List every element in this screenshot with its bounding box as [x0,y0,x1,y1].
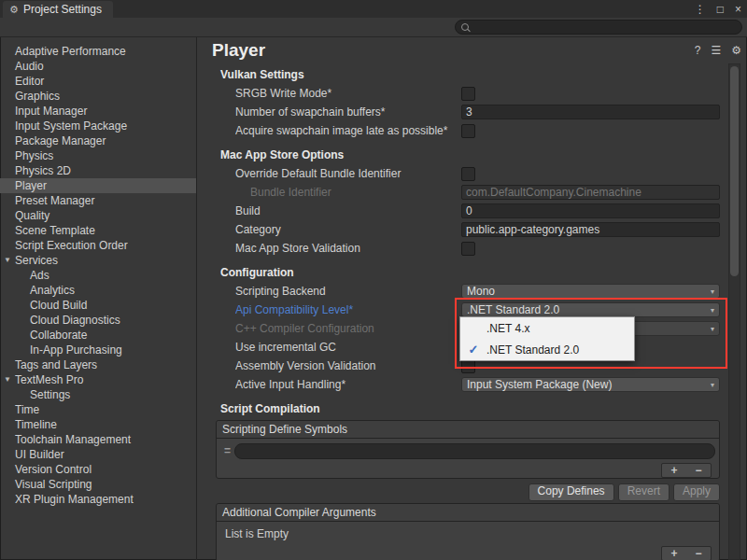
maximize-icon[interactable]: □ [717,3,724,16]
sidebar-item-preset-manager[interactable]: Preset Manager [0,193,196,208]
sidebar-item-physics[interactable]: Physics [0,148,196,163]
sidebar-item-in-app-purchasing[interactable]: In-App Purchasing [0,343,196,357]
field-label: Active Input Handling* [235,378,461,391]
sidebar-item-analytics[interactable]: Analytics [0,283,196,298]
chevron-down-icon: ▾ [711,306,714,315]
sidebar-item-visual-scripting[interactable]: Visual Scripting [0,477,196,492]
copy-defines-button[interactable]: Copy Defines [529,483,614,501]
sidebar-item-xr-plugin-management[interactable]: XR Plugin Management [0,492,196,507]
sidebar-item-label: Tags and Layers [15,358,97,371]
sidebar-item-timeline[interactable]: Timeline [0,417,196,432]
sidebar-item-label: Physics [15,149,53,162]
sidebar-item-label: Timeline [15,418,57,431]
drag-handle-icon[interactable]: = [220,444,234,457]
sidebar-item-time[interactable]: Time [0,402,196,417]
sidebar-item-label: TextMesh Pro [15,373,83,386]
sidebar-item-audio[interactable]: Audio [0,59,196,74]
section-configuration: Configuration [197,263,747,282]
section-mac-app-store-options: Mac App Store Options [197,146,747,164]
field-label: C++ Compiler Configuration [235,322,461,335]
sidebar-item-textmesh-pro[interactable]: ▼TextMesh Pro [0,372,196,387]
row-api-compatibility-level: Api Compatibility Level* .NET Standard 2… [197,301,747,319]
search-box[interactable] [455,20,742,35]
sidebar-item-input-manager[interactable]: Input Manager [0,104,196,119]
scripting-backend-dropdown[interactable]: Mono ▾ [461,284,720,299]
help-icon[interactable]: ? [695,44,701,57]
project-settings-window: { "window": { "tab_title": "Project Sett… [0,0,747,560]
remove-icon[interactable]: − [695,465,701,476]
acquire-swapchain-late-checkbox[interactable] [461,124,475,138]
active-input-handling-dropdown[interactable]: Input System Package (New) ▾ [461,377,720,392]
additional-compiler-arguments-list: Additional Compiler Arguments List is Em… [216,503,720,560]
sidebar-item-label: Time [15,403,39,416]
page-title: Player [212,40,265,61]
tab-project-settings[interactable]: ⚙ Project Settings [3,1,113,18]
window-menu-icon[interactable]: ⋮ [695,3,706,16]
settings-gear-icon[interactable]: ⚙ [731,44,741,57]
sidebar-item-cloud-diagnostics[interactable]: Cloud Diagnostics [0,313,196,328]
override-bundle-identifier-checkbox[interactable] [461,167,475,181]
sidebar-item-tags-and-layers[interactable]: Tags and Layers [0,357,196,372]
field-label: Number of swapchain buffers* [235,105,461,119]
sidebar-item-label: Cloud Build [30,299,87,312]
sidebar-item-adaptive-performance[interactable]: Adaptive Performance [0,44,196,59]
remove-icon[interactable]: − [695,548,701,559]
sidebar-item-physics-2d[interactable]: Physics 2D [0,163,196,178]
field-label: Assembly Version Validation [235,359,461,372]
field-label: Build [235,204,461,217]
field-label: Use incremental GC [235,341,461,354]
check-icon: ✓ [460,343,486,357]
sidebar-item-label: Adaptive Performance [15,45,126,58]
sidebar-item-quality[interactable]: Quality [0,208,196,223]
panel-header: Player ? ☰ ⚙ [197,37,747,63]
foldout-arrow-icon[interactable]: ▼ [2,253,13,268]
sidebar-item-package-manager[interactable]: Package Manager [0,133,196,148]
sidebar-item-graphics[interactable]: Graphics [0,89,196,104]
category-input[interactable] [461,222,720,237]
field-label: Acquire swapchain image late as possible… [235,124,461,137]
sidebar-item-label: Physics 2D [15,164,71,177]
sidebar-item-label: Preset Manager [15,194,94,207]
sidebar-item-player[interactable]: Player [0,178,196,193]
sidebar-item-label: Input System Package [15,119,127,133]
sidebar-item-scene-template[interactable]: Scene Template [0,223,196,238]
add-icon[interactable]: + [670,465,677,476]
sidebar-item-toolchain-management[interactable]: Toolchain Management [0,432,196,447]
tab-title: Project Settings [23,3,102,16]
row-category: Category [197,220,747,239]
close-icon[interactable]: × [735,3,741,16]
sidebar-item-tmp-settings[interactable]: Settings [0,387,196,402]
build-input[interactable] [461,203,720,218]
api-compatibility-dropdown[interactable]: .NET Standard 2.0 ▾ [461,302,720,317]
sidebar-item-input-system-package[interactable]: Input System Package [0,119,196,133]
chevron-down-icon: ▾ [711,287,714,296]
srgb-write-mode-checkbox[interactable] [461,87,475,101]
list-add-remove: + − [661,463,712,478]
row-scripting-backend: Scripting Backend Mono ▾ [197,282,747,301]
mac-app-store-validation-checkbox[interactable] [461,242,475,256]
sidebar-item-label: Audio [15,60,44,73]
row-swapchain-buffers: Number of swapchain buffers* [197,103,747,121]
field-label: Bundle Identifier [235,186,461,199]
sidebar-item-version-control[interactable]: Version Control [0,462,196,477]
sidebar-item-ui-builder[interactable]: UI Builder [0,447,196,462]
swapchain-buffers-input[interactable] [461,105,720,119]
row-acquire-swapchain-late: Acquire swapchain image late as possible… [197,121,747,140]
sidebar-item-collaborate[interactable]: Collaborate [0,328,196,343]
scrollbar-thumb[interactable] [730,66,739,276]
search-input[interactable] [469,21,738,33]
sidebar-item-cloud-build[interactable]: Cloud Build [0,298,196,313]
popup-option-net-4x[interactable]: .NET 4.x [460,317,634,339]
api-compatibility-popup: .NET 4.x ✓ .NET Standard 2.0 [459,316,635,361]
define-symbol-input[interactable] [234,443,715,459]
sidebar-item-script-execution-order[interactable]: Script Execution Order [0,238,196,253]
sidebar-item-services[interactable]: ▼Services [0,253,196,268]
presets-icon[interactable]: ☰ [711,44,721,57]
sidebar-item-ads[interactable]: Ads [0,268,196,283]
sidebar-item-editor[interactable]: Editor [0,74,196,89]
settings-category-sidebar: Adaptive Performance Audio Editor Graphi… [0,37,197,560]
vertical-scrollbar[interactable] [728,63,740,560]
popup-option-net-standard-20[interactable]: ✓ .NET Standard 2.0 [460,339,634,360]
foldout-arrow-icon[interactable]: ▼ [2,372,13,387]
add-icon[interactable]: + [670,548,677,559]
